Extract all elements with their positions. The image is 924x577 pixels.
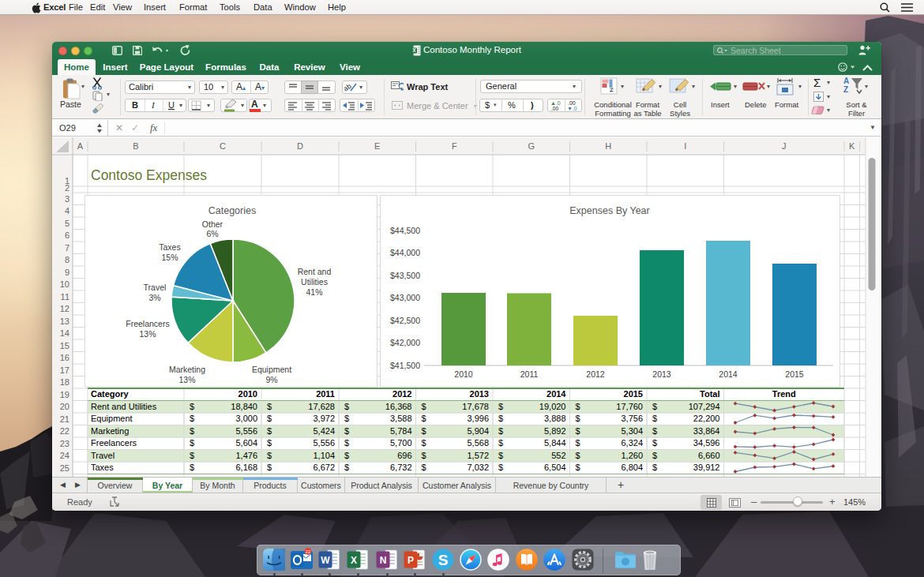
svg-text:19,020: 19,020	[539, 402, 566, 411]
svg-text:Freelancers: Freelancers	[126, 319, 169, 328]
svg-text:$: $	[267, 426, 272, 436]
svg-text:$: $	[576, 451, 580, 460]
svg-text:$: $	[652, 463, 657, 472]
svg-text:$: $	[576, 426, 580, 436]
svg-text:$: $	[422, 426, 426, 436]
svg-text:9%: 9%	[265, 375, 277, 384]
svg-text:$: $	[190, 451, 194, 460]
svg-text:Contoso Expenses: Contoso Expenses	[91, 167, 207, 183]
svg-text:$44,500: $44,500	[390, 226, 420, 235]
svg-text:3: 3	[65, 194, 69, 204]
svg-text:2015: 2015	[785, 369, 804, 379]
svg-text:Freelancers: Freelancers	[91, 438, 137, 448]
svg-text:N: N	[380, 555, 387, 566]
svg-text:$: $	[422, 451, 426, 460]
svg-text:$: $	[652, 402, 657, 411]
svg-text:5,844: 5,844	[544, 438, 566, 448]
svg-text:$: $	[267, 463, 272, 472]
svg-text:$: $	[344, 463, 349, 472]
svg-text:$44,000: $44,000	[390, 248, 420, 257]
svg-text:Categories: Categories	[208, 205, 256, 216]
svg-text:2013: 2013	[470, 389, 489, 399]
svg-text:A: A	[843, 77, 849, 85]
svg-text:W: W	[321, 555, 330, 566]
svg-text:H: H	[605, 141, 611, 151]
svg-text:D: D	[297, 141, 303, 151]
svg-text:1,476: 1,476	[235, 451, 257, 460]
svg-text:2: 2	[65, 183, 69, 193]
svg-text:3,972: 3,972	[313, 414, 335, 423]
svg-text:5,304: 5,304	[621, 426, 643, 436]
svg-text:6,732: 6,732	[390, 463, 412, 472]
svg-text:9: 9	[65, 268, 69, 277]
svg-text:$: $	[190, 426, 194, 436]
svg-text:$: $	[652, 414, 657, 423]
svg-text:$: $	[498, 414, 503, 423]
svg-text:$42,500: $42,500	[390, 316, 420, 325]
svg-text:24: 24	[60, 451, 69, 460]
svg-text:7,032: 7,032	[467, 463, 489, 472]
svg-text:$: $	[344, 438, 349, 448]
svg-text:17,628: 17,628	[308, 402, 335, 411]
svg-text:$: $	[190, 414, 194, 423]
svg-text:39,912: 39,912	[693, 463, 720, 472]
svg-text:2013: 2013	[652, 369, 671, 379]
svg-text:552: 552	[551, 451, 565, 460]
svg-text:$: $	[344, 402, 349, 411]
svg-text:ab: ab	[344, 82, 353, 92]
svg-text:16: 16	[60, 353, 69, 362]
svg-text:$: $	[498, 438, 503, 448]
svg-text:2014: 2014	[547, 389, 566, 399]
svg-text:25: 25	[60, 463, 69, 473]
svg-text:6,804: 6,804	[621, 463, 643, 472]
svg-text:$: $	[576, 414, 580, 423]
svg-text:$: $	[652, 438, 657, 448]
svg-text:21: 21	[60, 414, 69, 424]
svg-text:5,568: 5,568	[467, 438, 489, 448]
svg-text:$: $	[344, 451, 349, 460]
svg-text:15%: 15%	[161, 253, 178, 262]
svg-text:Trend: Trend	[772, 389, 796, 399]
svg-text:6,660: 6,660	[698, 451, 720, 460]
svg-text:5,556: 5,556	[313, 438, 335, 448]
svg-text:$: $	[190, 463, 194, 472]
svg-text:22,200: 22,200	[693, 414, 720, 423]
svg-text:$42,000: $42,000	[390, 338, 420, 347]
svg-text:Marketing: Marketing	[91, 426, 129, 436]
svg-text:▼.0: ▼.0	[567, 106, 577, 111]
svg-text:K: K	[849, 141, 855, 151]
svg-text:Travel: Travel	[144, 283, 167, 292]
svg-text:10: 10	[60, 279, 69, 289]
svg-text:18,840: 18,840	[231, 402, 257, 411]
svg-text:Other: Other	[202, 219, 223, 229]
svg-text:.00: .00	[551, 106, 558, 111]
svg-text:$: $	[190, 402, 194, 411]
svg-text:X: X	[412, 47, 416, 53]
svg-text:$: $	[267, 451, 272, 460]
svg-text:C: C	[220, 141, 226, 151]
svg-text:13%: 13%	[178, 375, 195, 384]
svg-text:G: G	[528, 141, 535, 151]
svg-text:$41,500: $41,500	[390, 361, 420, 370]
svg-text:5,784: 5,784	[390, 426, 412, 436]
svg-text:3%: 3%	[148, 293, 160, 302]
svg-text:X: X	[351, 555, 357, 566]
svg-text:Category: Category	[91, 389, 130, 399]
svg-text:$: $	[576, 438, 580, 448]
svg-text:696: 696	[397, 451, 411, 460]
svg-text:P: P	[408, 555, 414, 566]
svg-text:2011: 2011	[316, 389, 335, 399]
svg-text:12: 12	[60, 304, 69, 313]
svg-text:8: 8	[65, 255, 69, 264]
svg-text:2010: 2010	[239, 389, 257, 399]
svg-text:2015: 2015	[624, 389, 643, 399]
svg-text:3,000: 3,000	[235, 414, 257, 423]
svg-text:$43,500: $43,500	[390, 271, 420, 280]
svg-text:6,324: 6,324	[621, 438, 643, 448]
svg-text:Equipment: Equipment	[252, 365, 291, 374]
svg-text:Travel: Travel	[91, 451, 115, 460]
svg-text:6,504: 6,504	[544, 463, 566, 472]
svg-text:3,996: 3,996	[467, 414, 489, 423]
svg-text:I: I	[684, 141, 686, 151]
svg-text:Equipment: Equipment	[91, 414, 133, 423]
